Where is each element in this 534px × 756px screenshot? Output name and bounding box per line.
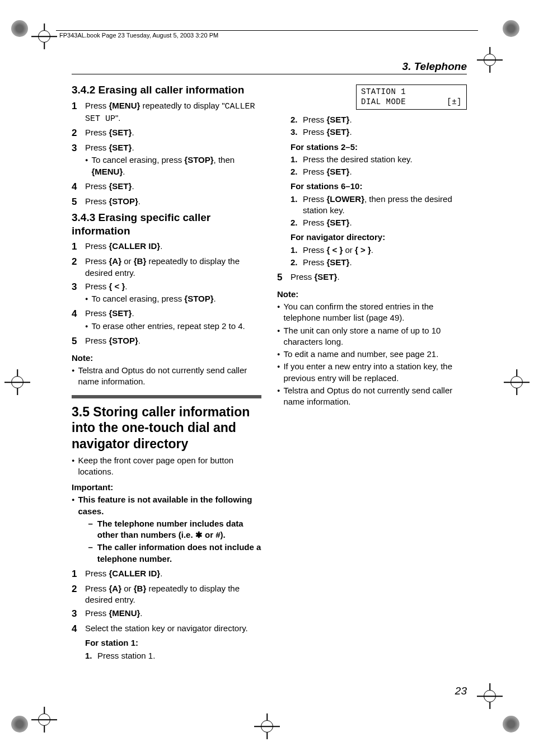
print-mark-cross-tr [477,47,503,73]
s610-step-1: 1.Press {LOWER}, then press the desired … [291,194,467,217]
content-columns: 3.4.2 Erasing all caller information 1 P… [72,81,467,672]
important-lead: This feature is not available in the fol… [72,494,261,566]
key-stop: {STOP} [184,294,213,303]
nav-step-1: 1.Press { < } or { > }. [291,245,467,256]
print-mark-cross-ml [4,369,30,395]
key-stop: {STOP} [184,155,213,165]
step-342-3-sub: To cancel erasing, press {STOP}, then {M… [85,154,261,177]
note-head-35: Note: [277,289,467,300]
important-dash-2: The caller information does not include … [88,542,261,565]
key-right: { > } [355,245,371,255]
key-lower: {LOWER} [327,194,365,204]
key-stop: {STOP} [109,196,138,206]
print-mark-cross-bl [31,707,57,732]
print-mark-sphere-bl [11,716,31,736]
section-divider [72,395,261,398]
key-set: {SET} [109,128,132,137]
chapter-rule [72,74,467,74]
key-set: {SET} [327,127,350,137]
for-station-1: For station 1: [85,637,261,649]
key-set: {SET} [327,167,350,176]
note-35-1: You can confirm the stored entries in th… [277,301,467,324]
step-342-2: 2 Press {SET}. [72,127,261,140]
page-number: 23 [455,685,467,697]
print-mark-cross-tl [31,24,57,49]
chapter-title: 3. Telephone [402,60,467,73]
note-35-4: If you enter a new entry into a station … [277,361,467,384]
key-caller-id: {CALLER ID} [109,241,161,251]
notes-35: You can confirm the stored entries in th… [277,301,467,407]
print-mark-sphere-br [503,716,523,736]
key-left: { < } [327,245,343,255]
key-set: {SET} [327,257,350,267]
step-35-3: 3 Press {MENU}. [72,608,261,621]
step-343-2: 2 Press {A} or {B} repeatedly to display… [72,256,261,279]
step-35-5: 5 Press {SET}. [277,271,467,284]
intro-35-item: Keep the front cover page open for butto… [72,455,261,478]
key-menu: {MENU} [109,608,140,618]
step-343-3: 3 Press { < }. To cancel erasing, press … [72,281,261,306]
key-caller-id: {CALLER ID} [109,569,161,578]
note-35-5: Telstra and Optus do not currently send … [277,385,467,408]
important-list: This feature is not available in the fol… [72,494,261,566]
key-menu: {MENU} [109,101,140,110]
s1-step-3: 3. Press {SET}. [291,126,467,138]
lcd-line-1: STATION 1 [361,87,462,97]
key-set: {SET} [315,272,338,281]
step-342-4: 4 Press {SET}. [72,181,261,194]
key-plus: {A} [109,256,122,266]
note-head-343: Note: [72,353,261,364]
lcd-display: STATION 1 DIAL MODE [±] [356,84,467,110]
heading-342: 3.4.2 Erasing all caller information [72,83,261,97]
s1-step-2: 2. Press {SET}. [291,114,467,125]
key-set: {SET} [109,181,132,191]
key-set: {SET} [327,218,350,227]
key-left: { < } [109,281,125,291]
note-35-3: To edit a name and number, see page 21. [277,349,467,360]
key-stop: {STOP} [109,336,138,345]
s610-step-2: 2.Press {SET}. [291,217,467,228]
key-set: {SET} [109,308,132,318]
intro-35: Keep the front cover page open for butto… [72,455,261,478]
step-342-1: 1 Press {MENU} repeatedly to display "CA… [72,100,261,125]
print-mark-cross-br [477,683,503,709]
note-343-1: Telstra and Optus do not currently send … [72,365,261,388]
step-343-4-sub: To erase other entries, repeat step 2 to… [85,321,261,332]
note-35-2: The unit can only store a name of up to … [277,325,467,348]
step-343-1: 1 Press {CALLER ID}. [72,241,261,253]
steps-343: 1 Press {CALLER ID}. 2 Press {A} or {B} … [72,241,261,348]
print-mark-cross-bc [254,713,280,739]
for-stations-6-10: For stations 6–10: [291,181,467,192]
s25-step-1: 1.Press the desired station key. [291,154,467,165]
step-35-2: 2 Press {A} or {B} repeatedly to display… [72,583,261,606]
key-minus: {B} [134,256,147,266]
key-set: {SET} [327,115,350,124]
header-text: FP343AL.book Page 23 Tuesday, August 5, … [59,32,218,39]
for-stations-2-5: For stations 2–5: [291,142,467,153]
step-343-3-sub: To cancel erasing, press {STOP}. [85,293,261,304]
key-set: {SET} [109,143,132,152]
steps-342: 1 Press {MENU} repeatedly to display "CA… [72,100,261,209]
key-minus: {B} [134,584,147,593]
lcd-line-2: DIAL MODE [±] [361,97,462,107]
step-342-5: 5 Press {STOP}. [72,196,261,209]
step-342-3: 3 Press {SET}. To cancel erasing, press … [72,142,261,179]
key-menu: {MENU} [91,167,123,176]
step-343-4: 4 Press {SET}. To erase other entries, r… [72,308,261,333]
print-mark-cross-mr [504,369,530,395]
important-head: Important: [72,482,261,493]
print-mark-sphere-tl [11,20,31,40]
header-rule [56,30,478,31]
key-plus: {A} [109,584,122,593]
heading-343: 3.4.3 Erasing specific caller informatio… [72,211,261,238]
page: FP343AL.book Page 23 Tuesday, August 5, … [0,0,534,756]
print-mark-sphere-tr [503,20,523,40]
step-343-5: 5 Press {STOP}. [72,335,261,348]
for-navigator-directory: For navigator directory: [291,232,467,243]
notes-343: Telstra and Optus do not currently send … [72,365,261,388]
step-35-1: 1 Press {CALLER ID}. [72,568,261,581]
nav-step-2: 2.Press {SET}. [291,257,467,268]
heading-35: 3.5 Storing caller information into the … [72,404,261,451]
important-dash-1: The telephone number includes data other… [88,518,261,541]
s25-step-2: 2.Press {SET}. [291,166,467,177]
